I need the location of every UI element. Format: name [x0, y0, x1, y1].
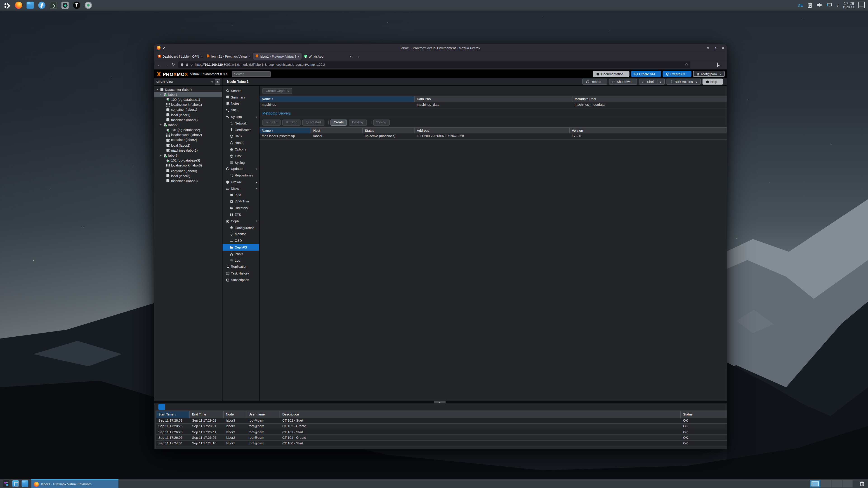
tree-storage-local-labor1[interactable]: ▾ local (labor1)	[154, 112, 222, 118]
tree-node-labor1[interactable]: ▾ labor1	[154, 92, 222, 97]
forward-button[interactable]: →	[164, 63, 168, 67]
folder-icon[interactable]	[22, 480, 28, 487]
key-icon[interactable]	[190, 63, 194, 66]
task-row[interactable]: Sep 11 17:28:26Sep 11 17:28:51labor3 roo…	[156, 424, 727, 429]
view-selector[interactable]: Server View ∨	[154, 78, 223, 85]
titlebar[interactable]: labor1 - Proxmox Virtual Environment - M…	[154, 44, 727, 52]
tree-storage-container-labor2[interactable]: ▾ container (labor2)	[154, 138, 222, 143]
tree-storage-localnetwork-labor3[interactable]: ▾ localnetwork (labor3)	[154, 163, 222, 168]
expand-arrow-icon[interactable]: ▾	[159, 124, 162, 126]
tab-close-icon[interactable]: ×	[298, 55, 300, 58]
menu-ceph-cephfs[interactable]: CephFS	[222, 244, 259, 251]
tab-close-icon[interactable]: ×	[200, 55, 202, 58]
menu-lvm[interactable]: LVM	[222, 192, 259, 198]
menu-ceph-configuration[interactable]: Configuration	[222, 225, 259, 231]
menu-repositories[interactable]: Repositories	[222, 172, 259, 179]
menu-ceph-log[interactable]: Log	[222, 257, 259, 264]
app-launcher-icon[interactable]	[3, 2, 11, 9]
menu-search[interactable]: Search	[222, 88, 259, 94]
tree-storage-localnetwork-labor1[interactable]: ▾ localnetwork (labor1)	[154, 102, 222, 107]
col-status[interactable]: Status	[363, 127, 414, 133]
tree-storage-machines-labor1[interactable]: ▾ machines (labor1)	[154, 117, 222, 123]
discover-icon[interactable]	[12, 480, 19, 487]
new-tab-button[interactable]: +	[357, 55, 360, 59]
virtual-desktop-2[interactable]	[821, 480, 832, 487]
create-button[interactable]: Create	[331, 119, 347, 125]
tasks-tab[interactable]	[158, 404, 165, 410]
tree-storage-machines-labor2[interactable]: ▾ machines (labor2)	[154, 148, 222, 153]
menu-ceph-monitor[interactable]: Monitor	[222, 231, 259, 238]
tree-storage-container-labor3[interactable]: ▾ container (labor3)	[154, 168, 222, 173]
help-button[interactable]: Help	[702, 78, 723, 85]
col-user-name[interactable]: User name	[246, 411, 280, 418]
menu-directory[interactable]: Directory	[222, 205, 259, 212]
menu-options[interactable]: Options	[222, 146, 259, 153]
shell-button[interactable]: Shell ∨	[639, 78, 665, 85]
tree-storage-local-labor2[interactable]: ▾ local (labor2)	[154, 143, 222, 148]
expand-arrow-icon[interactable]: ▾	[156, 88, 159, 91]
col-address[interactable]: Address	[414, 127, 569, 133]
menu-ceph-pools[interactable]: Pools	[222, 251, 259, 257]
back-button[interactable]: ←	[157, 63, 161, 67]
tree-vm-101[interactable]: ▾ 101 (pg-database2)	[154, 127, 222, 133]
system-settings-icon[interactable]	[3, 480, 9, 487]
tree-datacenter[interactable]: ▾ Datacenter (labor)	[154, 87, 222, 92]
col-metadata-pool[interactable]: Metadata Pool	[572, 96, 727, 102]
minimize-button[interactable]: ∨	[707, 46, 710, 50]
taskbar-window-button[interactable]: labor1 - Proxmox Virtual Environm...	[31, 479, 119, 488]
col-description[interactable]: Description	[280, 411, 681, 418]
global-search-input[interactable]	[232, 71, 271, 76]
tab-opnsense[interactable]: Dashboard | Lobby | OPNs ×	[156, 53, 204, 60]
clock[interactable]: 17:29 11.09.23	[842, 2, 854, 9]
trash-icon[interactable]	[859, 480, 865, 487]
task-row[interactable]: Sep 11 17:24:04Sep 11 17:24:16labor1 roo…	[156, 441, 727, 447]
display-tray-icon[interactable]	[826, 2, 832, 8]
volume-icon[interactable]	[816, 2, 822, 8]
firefox-launcher-icon[interactable]	[15, 2, 22, 9]
show-desktop-button[interactable]	[858, 2, 865, 8]
close-button[interactable]: ×	[722, 46, 724, 50]
media-app-icon[interactable]	[61, 2, 69, 9]
user-menu-button[interactable]: root@pam ∨	[693, 71, 725, 77]
task-row[interactable]: Sep 11 17:26:26Sep 11 17:26:41labor2 roo…	[156, 429, 727, 435]
tree-node-labor3[interactable]: ▾ labor3	[154, 153, 222, 158]
cluster-log-tab[interactable]	[168, 404, 174, 410]
reboot-button[interactable]: Reboot	[583, 78, 607, 85]
tree-storage-machines-labor3[interactable]: ▾ machines (labor3)	[154, 178, 222, 184]
tray-expand-icon[interactable]: ∨	[836, 3, 839, 7]
stop-button[interactable]: Stop	[282, 119, 301, 125]
create-cephfs-button[interactable]: Create CephFS	[262, 88, 292, 94]
bookmark-star-icon[interactable]: ☆	[685, 63, 688, 67]
terminal-icon[interactable]	[50, 2, 57, 9]
menu-zfs[interactable]: ZFS	[222, 212, 259, 218]
lock-icon[interactable]	[185, 63, 189, 66]
cephfs-row[interactable]: machinesmachines_datamachines_metadata	[260, 102, 727, 108]
menu-shell[interactable]: Shell	[222, 107, 259, 113]
col-node[interactable]: Node	[223, 411, 246, 418]
task-row[interactable]: Sep 11 17:28:51Sep 11 17:29:01labor3 roo…	[156, 418, 727, 424]
tree-storage-container-labor1[interactable]: ▾ container (labor1)	[154, 107, 222, 112]
tab-fenrir21[interactable]: fenrir21 - Proxmox Virtual E ×	[204, 53, 253, 60]
menu-lvm-thin[interactable]: LVM-Thin	[222, 198, 259, 205]
menu-hosts[interactable]: Hosts	[222, 140, 259, 146]
restart-button[interactable]: Restart	[302, 119, 324, 125]
create-vm-button[interactable]: Create VM	[631, 71, 660, 77]
menu-ceph-osd[interactable]: OSD	[222, 237, 259, 244]
tree-vm-100[interactable]: ▾ 100 (pg-database1)	[154, 97, 222, 102]
expand-arrow-icon[interactable]: ▾	[159, 154, 162, 157]
menu-time[interactable]: Time	[222, 153, 259, 159]
menu-network[interactable]: Network	[222, 120, 259, 127]
menu-syslog[interactable]: Syslog	[222, 159, 259, 166]
keyboard-layout-indicator[interactable]: DE	[798, 3, 803, 7]
menu-notes[interactable]: Notes	[222, 101, 259, 107]
tree-storage-localnetwork-labor2[interactable]: ▾ localnetwork (labor2)	[154, 133, 222, 138]
menu-system[interactable]: System ▾	[222, 113, 259, 120]
menu-certificates[interactable]: Certificates	[222, 127, 259, 133]
menu-ceph[interactable]: Ceph ▾	[222, 218, 259, 225]
create-ct-button[interactable]: Create CT	[662, 71, 691, 77]
menu-updates[interactable]: Updates ▾	[222, 166, 259, 172]
col-host[interactable]: Host	[311, 127, 363, 133]
menu-replication[interactable]: Replication	[222, 264, 259, 270]
mds-row[interactable]: mds.labor1-psotgresqllabor1up:active (ma…	[260, 133, 727, 140]
tab-labor1[interactable]: labor1 - Proxmox Virtual En ×	[253, 53, 302, 60]
